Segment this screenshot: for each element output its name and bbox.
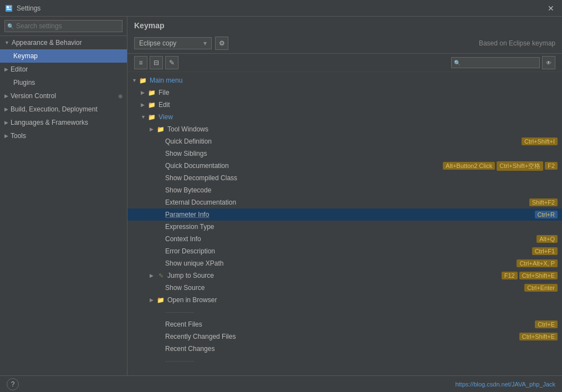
vcs-icon: ⊕ <box>118 93 122 99</box>
shortcut-badge: Ctrl+E <box>535 320 558 328</box>
shortcut-badge: Shift+F2 <box>529 198 558 206</box>
folder-icon: 📁 <box>147 113 156 121</box>
svg-rect-1 <box>7 6 9 8</box>
tree-label: ------------- <box>165 357 558 365</box>
tree-node-xpath[interactable]: Show unique XPath Ctrl+Alt+X, P <box>127 257 562 269</box>
scheme-settings-button[interactable]: ⚙ <box>215 37 228 50</box>
shortcut-badge: Ctrl+Shift+I <box>522 138 558 145</box>
tree-arrow: ▶ <box>141 102 147 108</box>
expand-arrow: ▼ <box>4 40 9 45</box>
sidebar-item-languages[interactable]: ▶ Languages & Frameworks <box>0 116 127 129</box>
tree-label: Context Info <box>165 235 537 243</box>
tree-arrow: ▼ <box>141 114 147 120</box>
tree-node-quick-documentation[interactable]: Quick Documentation Alt+Button2 Click Ct… <box>127 160 562 172</box>
tree-node-open-browser[interactable]: ▶ 📁 Open in Browser <box>127 294 562 306</box>
tree-node-recently-changed[interactable]: Recently Changed Files Ctrl+Shift+E <box>127 330 562 343</box>
tree-node-view[interactable]: ▼ 📁 View <box>127 111 562 123</box>
shortcut-badge: Ctrl+F1 <box>532 247 558 255</box>
pencil-icon: ✎ <box>169 59 175 67</box>
expand-arrow: ▶ <box>4 67 8 72</box>
tree-label: Expression Type <box>165 223 558 231</box>
tree-label: Recent Files <box>165 320 535 328</box>
search-options-button[interactable]: 👁 <box>542 56 555 69</box>
tree-label: Tool Windows <box>167 125 558 133</box>
tree-node-context-info[interactable]: Context Info Alt+Q <box>127 233 562 245</box>
collapse-all-button[interactable]: ⊟ <box>150 56 163 69</box>
sidebar-item-build[interactable]: ▶ Build, Execution, Deployment <box>0 103 127 116</box>
scheme-dropdown[interactable]: Eclipse copy ▾ <box>134 37 212 49</box>
tree-label: View <box>159 113 558 121</box>
tree-label: Show Siblings <box>165 150 558 157</box>
sidebar-item-appearance[interactable]: ▼ Appearance & Behavior <box>0 36 127 49</box>
edit-shortcut-button[interactable]: ✎ <box>165 56 178 69</box>
tree-label: Open in Browser <box>167 296 558 304</box>
sidebar-item-version-control[interactable]: ▶ Version Control ⊕ <box>0 89 127 103</box>
expand-all-button[interactable]: ≡ <box>134 56 147 69</box>
sidebar-search-input[interactable] <box>4 20 122 32</box>
sidebar-item-plugins[interactable]: Plugins <box>0 76 127 89</box>
tree-label: Error Description <box>165 247 532 255</box>
shortcuts: Ctrl+Shift+I <box>522 138 558 145</box>
app-icon <box>4 4 13 13</box>
shortcuts: Ctrl+Alt+X, P <box>517 259 558 267</box>
url-label: https://blog.csdn.net/JAVA_php_Jack <box>455 381 555 388</box>
shortcut-badge: Ctrl+Shift+空格 <box>497 161 543 171</box>
gear-icon: ⚙ <box>219 39 225 47</box>
tree-label: Parameter Info <box>165 211 535 218</box>
tree-arrow: ▼ <box>132 78 139 83</box>
keymap-controls: Eclipse copy ▾ ⚙ Based on Eclipse keymap <box>127 33 562 54</box>
close-button[interactable]: ✕ <box>544 2 558 15</box>
tree-node-tool-windows[interactable]: ▶ 📁 Tool Windows <box>127 123 562 135</box>
tree-node-external-docs[interactable]: External Documentation Shift+F2 <box>127 196 562 208</box>
help-button[interactable]: ? <box>7 378 19 390</box>
tree-node-quick-definition[interactable]: Quick Definition Ctrl+Shift+I <box>127 135 562 147</box>
tree-node-expression-type[interactable]: Expression Type <box>127 221 562 233</box>
tree-node-jump-to-source[interactable]: ▶ ✎ Jump to Source F12 Ctrl+Shift+E <box>127 269 562 282</box>
tree-label: Recently Changed Files <box>165 333 519 340</box>
tree-arrow: ▶ <box>141 90 147 95</box>
title-bar: Settings ✕ <box>0 0 562 17</box>
sidebar-item-keymap[interactable]: Keymap <box>0 49 127 63</box>
tree-label: Quick Documentation <box>165 162 443 170</box>
tree-label: ------------- <box>165 308 558 316</box>
tree-node-recent-changes[interactable]: Recent Changes <box>127 343 562 355</box>
tree-node-show-siblings[interactable]: Show Siblings <box>127 147 562 160</box>
tree-label: Jump to Source <box>167 272 502 279</box>
sidebar-item-label: Build, Execution, Deployment <box>11 105 98 113</box>
keymap-title: Keymap <box>127 17 562 30</box>
tree-search-input[interactable] <box>451 57 540 68</box>
edit-icon: ✎ <box>156 271 165 280</box>
tree-node-bytecode[interactable]: Show Bytecode <box>127 184 562 196</box>
folder-icon: 📁 <box>156 125 165 134</box>
tree-node-parameter-info[interactable]: Parameter Info Ctrl+R <box>127 208 562 221</box>
tree-toolbar: ≡ ⊟ ✎ 🔍 👁 <box>127 54 562 72</box>
collapse-all-icon: ⊟ <box>154 59 159 67</box>
tree-label: Show Decompiled Class <box>165 174 558 182</box>
tree-label: External Documentation <box>165 198 529 206</box>
shortcut-badge: F2 <box>545 162 558 170</box>
tree-container[interactable]: ▼ 📁 Main menu ▶ 📁 File ▶ 📁 Edit ▼ 📁 View <box>127 72 562 375</box>
tree-arrow: ▶ <box>150 297 156 303</box>
shortcuts: F12 Ctrl+Shift+E <box>502 272 558 279</box>
tree-node-edit[interactable]: ▶ 📁 Edit <box>127 99 562 111</box>
shortcut-badge: Ctrl+Shift+E <box>519 333 558 340</box>
shortcut-badge: Alt+Button2 Click <box>443 162 495 170</box>
tree-search-area: 🔍 👁 <box>451 56 555 69</box>
sidebar-item-editor[interactable]: ▶ Editor <box>0 63 127 76</box>
shortcut-badge: Ctrl+Shift+E <box>519 272 558 279</box>
shortcut-badge: Ctrl+R <box>535 211 558 218</box>
tree-label: Show Source <box>165 284 524 292</box>
tree-node-main-menu[interactable]: ▼ 📁 Main menu <box>127 74 562 86</box>
folder-icon: 📁 <box>147 100 156 109</box>
tree-node-error-description[interactable]: Error Description Ctrl+F1 <box>127 245 562 257</box>
expand-arrow: ▶ <box>4 133 8 139</box>
tree-node-show-source[interactable]: Show Source Ctrl+Enter <box>127 282 562 294</box>
sidebar-item-label: Version Control <box>11 92 56 100</box>
window-title: Settings <box>17 4 544 12</box>
tree-node-file[interactable]: ▶ 📁 File <box>127 86 562 99</box>
tree-node-recent-files[interactable]: Recent Files Ctrl+E <box>127 318 562 330</box>
main-layout: 🔍 ▼ Appearance & Behavior Keymap ▶ Edito… <box>0 17 562 375</box>
tree-label: Recent Changes <box>165 345 558 353</box>
tree-node-decompiled[interactable]: Show Decompiled Class <box>127 172 562 184</box>
sidebar-item-tools[interactable]: ▶ Tools <box>0 129 127 142</box>
